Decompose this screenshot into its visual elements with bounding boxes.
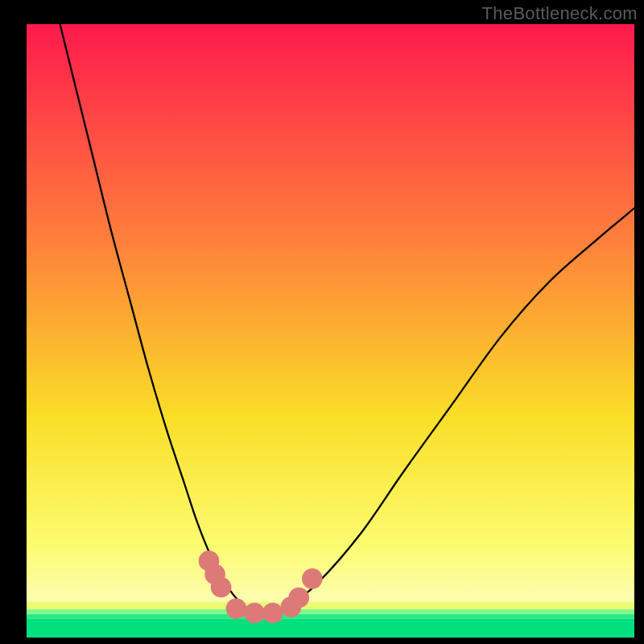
plot-area bbox=[27, 24, 634, 638]
highlight-marker bbox=[288, 588, 309, 609]
green-band bbox=[27, 618, 634, 638]
highlight-marker bbox=[244, 603, 265, 624]
highlight-marker bbox=[211, 577, 232, 598]
green-band-group bbox=[27, 602, 634, 638]
highlight-marker bbox=[302, 568, 323, 589]
gradient-background bbox=[27, 24, 634, 638]
highlight-marker bbox=[262, 603, 283, 624]
green-band bbox=[27, 602, 634, 609]
chart-frame: TheBottleneck.com bbox=[0, 0, 644, 644]
plot-svg bbox=[27, 24, 634, 638]
green-band bbox=[27, 614, 634, 618]
green-band bbox=[27, 609, 634, 614]
highlight-marker bbox=[226, 598, 247, 619]
watermark-text: TheBottleneck.com bbox=[482, 3, 638, 24]
